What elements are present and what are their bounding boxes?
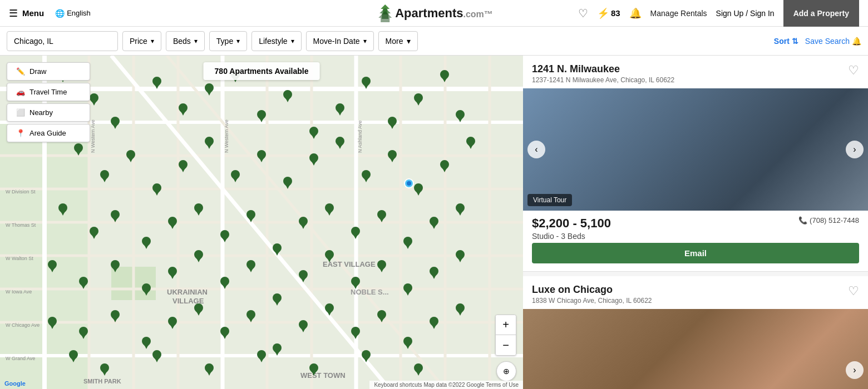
- map-pin[interactable]: [206, 142, 213, 149]
- listing-card[interactable]: 1241 N. Milwaukee 1237-1241 N Milwaukee …: [523, 56, 868, 272]
- map-pin[interactable]: [258, 116, 265, 122]
- map-pin[interactable]: [60, 209, 66, 216]
- map-pin[interactable]: [195, 309, 202, 316]
- map-pin[interactable]: [326, 256, 333, 262]
- map-pin[interactable]: [378, 266, 385, 272]
- sort-button[interactable]: Sort ⇅: [774, 37, 798, 46]
- image-next-button[interactable]: ›: [846, 141, 864, 158]
- map-pin[interactable]: [352, 232, 359, 239]
- map-pin[interactable]: [467, 142, 474, 149]
- map-pin[interactable]: [310, 159, 317, 166]
- favorites-icon[interactable]: ♡: [578, 7, 588, 20]
- zoom-out-button[interactable]: −: [496, 335, 516, 355]
- map-pin[interactable]: [326, 309, 333, 316]
- map-pin[interactable]: [405, 342, 411, 349]
- map-pin[interactable]: [112, 266, 119, 272]
- map-pin[interactable]: [457, 309, 463, 316]
- email-button[interactable]: Email: [532, 243, 859, 263]
- map-pin[interactable]: [143, 242, 150, 249]
- map-pin[interactable]: [389, 122, 396, 129]
- map-pin[interactable]: [80, 282, 87, 289]
- sign-in-link[interactable]: Sign In: [750, 9, 775, 18]
- map-pin[interactable]: [154, 82, 160, 89]
- map-pin[interactable]: [232, 176, 239, 182]
- listing-favorite-button[interactable]: ♡: [848, 284, 859, 298]
- map-pin[interactable]: [431, 272, 437, 279]
- map-pin[interactable]: [75, 149, 82, 156]
- type-filter-button[interactable]: Type ▾: [209, 31, 247, 51]
- map-pin[interactable]: [154, 356, 160, 362]
- listing-card[interactable]: Luxe on Chicago 1838 W Chicago Ave, Chic…: [523, 276, 868, 389]
- logo[interactable]: Apartments.com™: [375, 3, 493, 23]
- map-pin[interactable]: [206, 369, 213, 376]
- save-search-button[interactable]: Save Search 🔔: [805, 37, 861, 46]
- movein-filter-button[interactable]: Move-In Date ▾: [306, 31, 374, 51]
- draw-tool-button[interactable]: ✏️ Draw: [7, 62, 90, 81]
- map-pin[interactable]: [352, 332, 359, 339]
- map-pin[interactable]: [378, 316, 385, 322]
- map-pin[interactable]: [274, 349, 280, 356]
- compass-button[interactable]: ⊕: [496, 361, 516, 381]
- language-selector[interactable]: 🌐 English: [55, 9, 91, 18]
- keyboard-shortcuts[interactable]: Keyboard shortcuts: [374, 382, 422, 388]
- map-pin[interactable]: [284, 96, 291, 102]
- map-pin[interactable]: [300, 222, 307, 229]
- map-pin[interactable]: [457, 256, 463, 262]
- map-pin[interactable]: [363, 82, 369, 89]
- manage-rentals-link[interactable]: Manage Rentals: [650, 9, 707, 18]
- area-guide-button[interactable]: 📍 Area Guide: [7, 124, 90, 142]
- bell-icon[interactable]: 🔔: [629, 7, 642, 19]
- image-next-button[interactable]: ›: [846, 361, 864, 379]
- map-pin[interactable]: [405, 289, 411, 296]
- map-pin[interactable]: [169, 222, 176, 229]
- listing-favorite-button[interactable]: ♡: [848, 63, 859, 78]
- sign-up-link[interactable]: Sign Up: [716, 9, 744, 18]
- map-pin[interactable]: [310, 369, 317, 376]
- map-pin[interactable]: [363, 176, 369, 182]
- map-pin[interactable]: [49, 322, 56, 329]
- map-pin[interactable]: [431, 322, 437, 329]
- map-pin[interactable]: [415, 99, 422, 106]
- map-pin[interactable]: [415, 189, 422, 196]
- map-pin[interactable]: [101, 176, 108, 182]
- map-pin[interactable]: [169, 322, 176, 329]
- map-pin[interactable]: [337, 109, 343, 116]
- map-pin[interactable]: [180, 109, 186, 116]
- map-pin[interactable]: [457, 209, 463, 216]
- map-pin[interactable]: [112, 122, 119, 129]
- map-pin[interactable]: [258, 156, 265, 162]
- map-pin[interactable]: [248, 216, 254, 222]
- map-pin[interactable]: [415, 369, 422, 376]
- map-pin[interactable]: [300, 326, 307, 332]
- map-pin[interactable]: [80, 332, 87, 339]
- add-property-button[interactable]: Add a Property: [783, 0, 859, 27]
- map-pin[interactable]: [127, 156, 134, 162]
- map-pin[interactable]: [101, 369, 108, 376]
- map-pin[interactable]: [70, 356, 77, 362]
- map-pin[interactable]: [143, 342, 150, 349]
- map-pin[interactable]: [112, 216, 119, 222]
- map-pin[interactable]: [221, 236, 228, 242]
- map-pin[interactable]: [274, 249, 280, 256]
- map-pin[interactable]: [389, 156, 396, 162]
- map-pin[interactable]: [91, 232, 97, 239]
- map-pin[interactable]: [221, 282, 228, 289]
- map-pin[interactable]: [457, 116, 463, 122]
- travel-time-button[interactable]: 🚗 Travel Time: [7, 83, 90, 101]
- zoom-in-button[interactable]: +: [496, 315, 516, 335]
- lifestyle-filter-button[interactable]: Lifestyle ▾: [251, 31, 301, 51]
- map-pin[interactable]: [91, 99, 97, 106]
- map-pin[interactable]: [441, 76, 448, 82]
- hamburger-icon[interactable]: ☰: [9, 7, 18, 19]
- map-pin[interactable]: [431, 222, 437, 229]
- map-pin[interactable]: [337, 142, 343, 149]
- map-pin[interactable]: [248, 316, 254, 322]
- location-input[interactable]: [7, 31, 118, 51]
- map-pin[interactable]: [378, 216, 385, 222]
- price-filter-button[interactable]: Price ▾: [122, 31, 161, 51]
- map-pin[interactable]: [248, 266, 254, 272]
- map-pin[interactable]: [284, 182, 291, 189]
- more-filter-button[interactable]: More ▾: [378, 31, 418, 51]
- map-pin[interactable]: [258, 356, 265, 362]
- map-pin[interactable]: [154, 189, 160, 196]
